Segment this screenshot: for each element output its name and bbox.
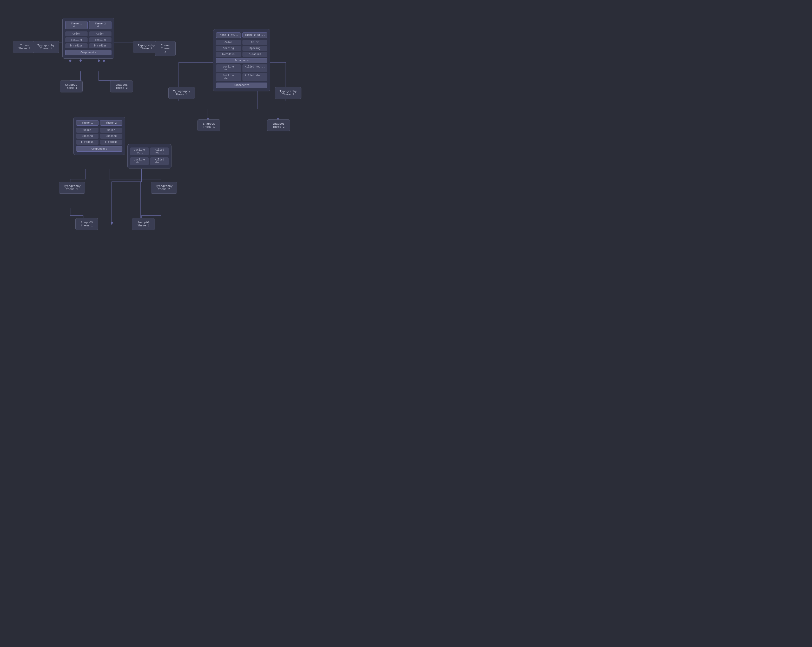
typo-theme1-right-node: Typography Theme 1	[168, 87, 195, 99]
top-cluster2-tab2[interactable]: Theme 2 st...	[243, 32, 267, 38]
top-cluster1-spacing1: Spacing	[65, 37, 88, 42]
top-cluster2-color-row: Color Color	[216, 40, 267, 46]
icons-theme1-line2: Theme 1	[17, 47, 31, 50]
top-cluster1-bradius-row: b-radius b-radius	[65, 43, 111, 49]
mid-cluster-bradius-row: b-radius b-radius	[76, 139, 122, 145]
typo-theme2-right-line1: Typography	[279, 90, 297, 93]
snappos-theme2-top-line2: Theme 2	[114, 87, 129, 90]
mid-cluster-tab1[interactable]: Theme 1	[76, 120, 98, 126]
typo-theme2-right-line2: Theme 2	[279, 93, 297, 96]
top-cluster1-spacing-row: Spacing Spacing	[65, 37, 111, 43]
top-cluster1-components[interactable]: Components	[65, 50, 111, 55]
top-cluster1-node: Theme 1 st... Theme 2 st... Color Color …	[63, 18, 114, 59]
typo-theme1-top-line2: Theme 1	[37, 47, 55, 50]
icon-set-mid-row2: Outline sh... Filled sha...	[130, 157, 169, 166]
snappos-theme1-top-line2: Theme 1	[64, 87, 78, 90]
snappos-theme1-right-line1: SnappOS	[202, 122, 216, 125]
typo-theme1-right-line2: Theme 1	[173, 93, 191, 96]
top-cluster1-color1: Color	[65, 31, 88, 37]
typo-theme2-top-line2: Theme 2	[137, 47, 155, 50]
top-cluster2-color1: Color	[216, 40, 241, 45]
top-cluster2-iconsets-row2: Outline sha... Filled sha...	[216, 73, 267, 82]
top-cluster2-iconsets-label: Icon sets	[216, 58, 267, 63]
top-cluster1-tab1[interactable]: Theme 1 st...	[65, 21, 88, 29]
icons-theme1-line1: Icons	[17, 44, 31, 47]
icon-set-mid-filled-rou: Filled rou...	[150, 148, 169, 155]
top-cluster1-bradius1: b-radius	[65, 43, 88, 48]
top-cluster2-spacing-row: Spacing Spacing	[216, 46, 267, 52]
snappos-theme1-mid-line1: SnappOS	[80, 221, 94, 224]
typo-theme2-mid-node: Typography Theme 2	[151, 182, 177, 194]
icon-set-mid-row1: Outline ro... Filled rou...	[130, 147, 169, 156]
snappos-theme1-mid-node: SnappOS Theme 1	[75, 218, 98, 230]
mid-cluster-components[interactable]: Components	[76, 146, 122, 152]
top-cluster1-tab2[interactable]: Theme 2 st...	[89, 21, 111, 29]
typo-theme1-right-line1: Typography	[173, 90, 191, 93]
top-cluster2-node: Theme 1 st... Theme 2 st... Color Color …	[213, 29, 270, 91]
top-cluster2-iconsets-row1: Outline rou... Filled rou...	[216, 64, 267, 73]
top-cluster1-color2: Color	[89, 31, 111, 37]
icons-theme1-node: Icons Theme 1	[13, 41, 36, 53]
mid-cluster-tabs: Theme 1 Theme 2	[76, 120, 122, 126]
snappos-theme1-right-node: SnappOS Theme 1	[197, 119, 220, 131]
canvas: Icons Theme 1 Typography Theme 1 Theme 1…	[0, 0, 312, 249]
mid-cluster-bradius1: b-radius	[76, 140, 98, 145]
icons-theme2-line2: Theme 2	[159, 47, 171, 53]
mid-cluster-tab2[interactable]: Theme 2	[100, 120, 122, 126]
mid-cluster-bradius2: b-radius	[100, 140, 122, 145]
icon-set-mid-outline-ro: Outline ro...	[130, 148, 149, 155]
top-cluster2-bradius1: b-radius	[216, 52, 241, 57]
snappos-theme2-mid-line2: Theme 2	[136, 224, 150, 227]
typo-theme1-mid-line2: Theme 1	[63, 188, 81, 191]
icons-theme2-line1: Icons	[159, 44, 171, 47]
typo-theme1-top-node: Typography Theme 1	[33, 41, 59, 53]
typo-theme2-mid-line2: Theme 2	[155, 188, 173, 191]
snappos-theme2-mid-node: SnappOS Theme 2	[132, 218, 155, 230]
top-cluster1-color-row: Color Color	[65, 31, 111, 37]
icon-set-mid-node: Outline ro... Filled rou... Outline sh..…	[127, 144, 171, 169]
top-cluster2-outline-sha: Outline sha...	[216, 73, 241, 81]
typo-theme1-top-line1: Typography	[37, 44, 55, 47]
snappos-theme1-mid-line2: Theme 1	[80, 224, 94, 227]
top-cluster2-outline-rou: Outline rou...	[216, 64, 241, 72]
typo-theme2-top-line1: Typography	[137, 44, 155, 47]
typo-theme1-mid-node: Typography Theme 1	[59, 182, 85, 194]
top-cluster2-filled-sha: Filled sha...	[243, 73, 267, 81]
snappos-theme1-top-line1: SnappOS	[64, 83, 78, 87]
mid-cluster-color-row: Color Color	[76, 127, 122, 133]
snappos-theme2-right-node: SnappOS Theme 2	[267, 119, 290, 131]
top-cluster2-tab1[interactable]: Theme 1 st...	[216, 32, 241, 38]
mid-cluster-color2: Color	[100, 128, 122, 132]
icon-set-mid-filled-sha: Filled sha...	[150, 157, 169, 165]
top-cluster2-bradius-row: b-radius b-radius	[216, 52, 267, 57]
typo-theme1-mid-line1: Typography	[63, 184, 81, 188]
mid-cluster-spacing1: Spacing	[76, 134, 98, 139]
snappos-theme2-top-line1: SnappOS	[114, 83, 129, 87]
mid-cluster-node: Theme 1 Theme 2 Color Color Spacing Spac…	[73, 117, 125, 155]
top-cluster1-bradius2: b-radius	[89, 43, 111, 48]
top-cluster2-filled-rou: Filled rou...	[243, 64, 267, 72]
top-cluster2-spacing1: Spacing	[216, 46, 241, 51]
snappos-theme2-right-line1: SnappOS	[272, 122, 285, 125]
snappos-theme2-right-line2: Theme 2	[272, 125, 285, 128]
snappos-theme2-top-node: SnappOS Theme 2	[110, 81, 133, 93]
top-cluster1-tabs: Theme 1 st... Theme 2 st...	[65, 20, 111, 30]
typo-theme2-right-node: Typography Theme 2	[275, 87, 301, 99]
top-cluster2-spacing2: Spacing	[243, 46, 267, 51]
snappos-theme2-mid-line1: SnappOS	[136, 221, 150, 224]
mid-cluster-spacing2: Spacing	[100, 134, 122, 139]
top-cluster2-bradius2: b-radius	[243, 52, 267, 57]
top-cluster1-spacing2: Spacing	[89, 37, 111, 42]
snappos-theme1-right-line2: Theme 1	[202, 125, 216, 128]
icon-set-mid-outline-sh: Outline sh...	[130, 157, 149, 165]
top-cluster2-components[interactable]: Components	[216, 82, 267, 88]
mid-cluster-color1: Color	[76, 128, 98, 132]
top-cluster2-color2: Color	[243, 40, 267, 45]
mid-cluster-spacing-row: Spacing Spacing	[76, 133, 122, 139]
typo-theme2-mid-line1: Typography	[155, 184, 173, 188]
snappos-theme1-top-node: SnappOS Theme 1	[60, 81, 82, 93]
icons-theme2-node: Icons Theme 2	[155, 41, 176, 56]
top-cluster2-tabs: Theme 1 st... Theme 2 st...	[216, 32, 267, 38]
